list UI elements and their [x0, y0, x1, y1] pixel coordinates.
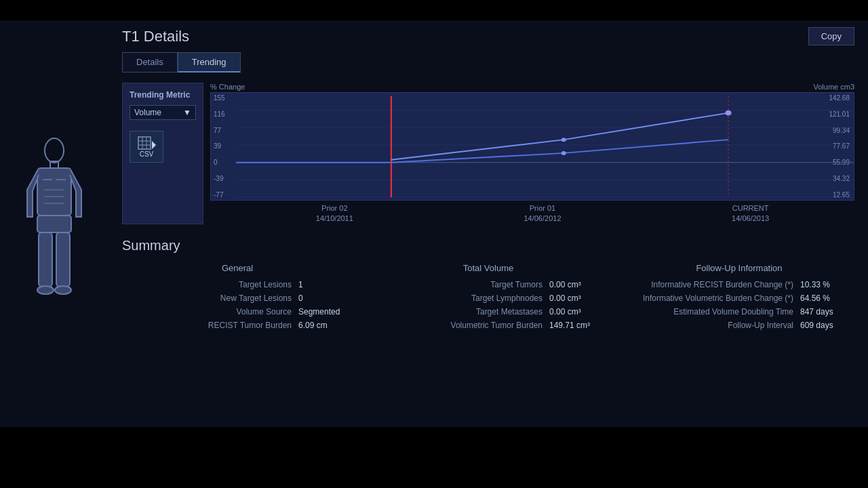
- right-panel: T1 Details Copy Details Trending Trendin…: [108, 27, 868, 427]
- trending-controls: Trending Metric Volume ▼: [122, 83, 203, 224]
- volume-row-1: Target Lymphnodes 0.00 cm³: [373, 293, 604, 303]
- page-title: T1 Details: [122, 28, 189, 45]
- label-new-target-lesions: New Target Lesions: [220, 293, 292, 303]
- trending-metric-label: Trending Metric: [130, 90, 196, 100]
- csv-icon: [137, 136, 156, 150]
- summary-columns: General Target Lesions 1 New Target Lesi…: [122, 263, 854, 334]
- svg-marker-18: [152, 141, 156, 149]
- body-figure: [24, 136, 85, 325]
- bottom-bar: [0, 427, 868, 488]
- label-recist-tumor-burden: RECIST Tumor Burden: [208, 321, 292, 330]
- label-volume-doubling-time: Estimated Volume Doubling Time: [673, 307, 793, 317]
- csv-export-button[interactable]: CSV: [130, 131, 163, 163]
- followup-row-1: Informative Volumetric Burden Change (*)…: [624, 293, 854, 303]
- tab-trending[interactable]: Trending: [178, 52, 241, 73]
- svg-point-31: [725, 110, 731, 116]
- summary-general-title: General: [122, 263, 353, 273]
- y-axis-right-label: Volume cm3: [813, 83, 854, 91]
- chart-area: 155 116 77 39 0 -39 -77 142.68 121.01 99…: [210, 92, 854, 201]
- followup-row-0: Informative RECIST Burden Change (*) 10.…: [624, 280, 854, 289]
- summary-volume-title: Total Volume: [373, 263, 604, 273]
- x-label-current: CURRENT 14/06/2013: [732, 203, 769, 224]
- metric-dropdown[interactable]: Volume ▼: [130, 105, 196, 120]
- svg-point-30: [561, 138, 566, 142]
- label-volumetric-tumor-burden: Volumetric Tumor Burden: [451, 321, 542, 330]
- summary-title: Summary: [122, 238, 854, 253]
- metric-dropdown-value: Volume: [134, 108, 161, 117]
- label-recist-burden-change: Informative RECIST Burden Change (*): [651, 280, 793, 289]
- svg-rect-8: [37, 216, 71, 232]
- value-new-target-lesions: 0: [298, 293, 353, 303]
- left-panel: [0, 27, 108, 427]
- label-target-tumors: Target Tumors: [490, 280, 542, 289]
- svg-point-0: [45, 138, 64, 163]
- dropdown-arrow-icon: ▼: [183, 108, 191, 117]
- volume-row-3: Volumetric Tumor Burden 149.71 cm³: [373, 321, 604, 330]
- x-label-prior01: Prior 01 14/06/2012: [524, 203, 561, 224]
- csv-button-label: CSV: [140, 150, 154, 158]
- summary-followup-col: Follow-Up Information Informative RECIST…: [624, 263, 854, 334]
- value-target-metastases: 0.00 cm³: [549, 307, 604, 317]
- chart-container: % Change Volume cm3 155 116 77 39 0 -39 …: [210, 83, 854, 224]
- label-followup-interval: Follow-Up Interval: [728, 321, 793, 330]
- svg-rect-13: [138, 137, 151, 149]
- general-row-2: Volume Source Segmented: [122, 307, 353, 317]
- svg-point-29: [561, 151, 566, 155]
- top-bar: [0, 0, 868, 20]
- volume-row-0: Target Tumors 0.00 cm³: [373, 280, 604, 289]
- label-volumetric-burden-change: Informative Volumetric Burden Change (*): [643, 293, 793, 303]
- general-row-3: RECIST Tumor Burden 6.09 cm: [122, 321, 353, 330]
- header-row: T1 Details Copy: [122, 27, 854, 45]
- summary-volume-col: Total Volume Target Tumors 0.00 cm³ Targ…: [373, 263, 604, 334]
- y-axis-left-label: % Change: [210, 83, 245, 91]
- general-row-1: New Target Lesions 0: [122, 293, 353, 303]
- svg-point-12: [55, 286, 71, 294]
- label-target-metastases: Target Metastases: [476, 307, 542, 317]
- tab-details[interactable]: Details: [122, 52, 178, 73]
- value-volumetric-tumor-burden: 149.71 cm³: [549, 321, 604, 330]
- chart-axis-labels-top: % Change Volume cm3: [210, 83, 854, 91]
- svg-point-11: [37, 286, 54, 294]
- value-volumetric-burden-change: 64.56 %: [800, 293, 854, 303]
- value-volume-source: Segmented: [298, 307, 353, 317]
- value-volume-doubling-time: 847 days: [800, 307, 854, 317]
- value-followup-interval: 609 days: [800, 321, 854, 330]
- svg-rect-2: [37, 168, 71, 216]
- chart-section: Trending Metric Volume ▼: [122, 83, 854, 224]
- copy-button[interactable]: Copy: [808, 27, 854, 45]
- chart-svg: [211, 93, 854, 200]
- value-target-tumors: 0.00 cm³: [549, 280, 604, 289]
- value-recist-tumor-burden: 6.09 cm: [298, 321, 353, 330]
- label-target-lesions: Target Lesions: [239, 280, 292, 289]
- label-volume-source: Volume Source: [237, 307, 292, 317]
- value-recist-burden-change: 10.33 %: [800, 280, 854, 289]
- svg-rect-9: [39, 232, 52, 287]
- summary-general-col: General Target Lesions 1 New Target Lesi…: [122, 263, 353, 334]
- x-label-prior02: Prior 02 14/10/2011: [316, 203, 353, 224]
- value-target-lesions: 1: [298, 280, 353, 289]
- volume-row-2: Target Metastases 0.00 cm³: [373, 307, 604, 317]
- summary-section: Summary General Target Lesions 1 New Tar…: [122, 238, 854, 334]
- followup-row-2: Estimated Volume Doubling Time 847 days: [624, 307, 854, 317]
- summary-followup-title: Follow-Up Information: [624, 263, 854, 273]
- tab-bar: Details Trending: [122, 52, 854, 73]
- value-target-lymphnodes: 0.00 cm³: [549, 293, 604, 303]
- label-target-lymphnodes: Target Lymphnodes: [471, 293, 542, 303]
- general-row-0: Target Lesions 1: [122, 280, 353, 289]
- chart-x-labels: Prior 02 14/10/2011 Prior 01 14/06/2012 …: [210, 203, 854, 224]
- svg-rect-10: [56, 232, 70, 287]
- followup-row-3: Follow-Up Interval 609 days: [624, 321, 854, 330]
